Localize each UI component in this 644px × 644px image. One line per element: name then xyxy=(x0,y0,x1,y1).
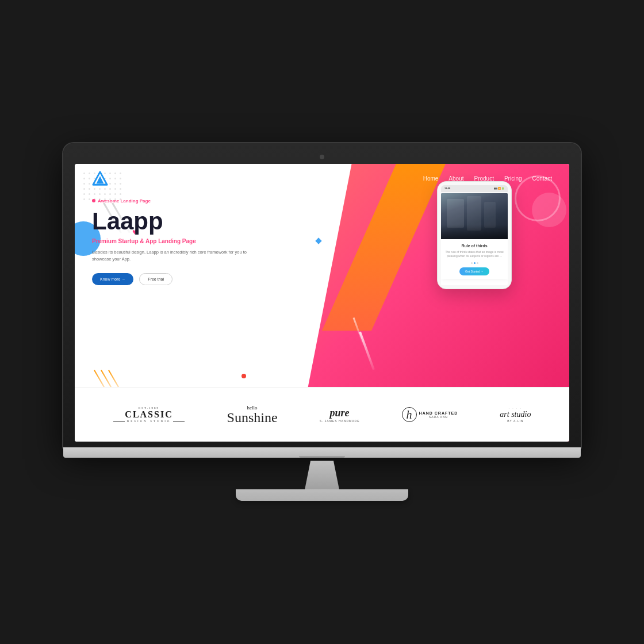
logo-sunshine: hello Sunshine xyxy=(227,405,278,424)
logo-pure-main: pure xyxy=(330,407,350,419)
phone-outer: 13:08 ▮▮▮ 📶 🔋 xyxy=(437,181,512,289)
logo-sunshine-main: Sunshine xyxy=(227,411,278,424)
logo-handcrafted-sub: SARA ANN xyxy=(419,415,458,419)
badge-dot-icon xyxy=(92,199,95,202)
imac-base xyxy=(236,489,408,501)
imac-screen: ♥ Home xyxy=(75,164,569,442)
imac-chin xyxy=(63,447,581,458)
phone-mockup: 13:08 ▮▮▮ 📶 🔋 xyxy=(437,181,512,289)
logo-handcrafted-letter: h xyxy=(402,407,417,422)
hero-badge: Awesome Landing Page xyxy=(92,198,315,204)
nav-link-pricing[interactable]: Pricing xyxy=(504,175,522,182)
dot-3 xyxy=(477,262,478,264)
navbar: Home About Product Pricing Contact xyxy=(75,164,569,194)
free-trial-button[interactable]: Free trial xyxy=(139,273,172,285)
logo-pure: pure S. JAMES HANDMADE xyxy=(320,407,360,423)
dot xyxy=(83,198,85,200)
phone-card-text: The rule of thirds states that an image … xyxy=(444,250,504,259)
nav-link-home[interactable]: Home xyxy=(423,175,439,182)
dot-1 xyxy=(471,262,473,264)
hero-subtitle: Premium Startup & App Landing Page xyxy=(92,238,315,244)
camera-dot xyxy=(320,155,324,159)
logo-handcrafted-main: HAND CRAFTED xyxy=(419,411,458,415)
phone-card-title: Rule of thirds xyxy=(444,244,504,248)
hero-description: Besides its beautiful design, Laapp is a… xyxy=(92,249,253,263)
imac-outer: ♥ Home xyxy=(63,143,581,501)
phone-card: Rule of thirds The rule of thirds states… xyxy=(441,239,508,279)
logo-classic: EST.1989 CLASSIC DESIGN STUDIO xyxy=(113,407,185,423)
logo-artstudio-main: art studio xyxy=(500,410,531,419)
screen-content: ♥ Home xyxy=(75,164,569,442)
deco-diamond xyxy=(315,237,321,244)
nav-link-about[interactable]: About xyxy=(448,175,463,182)
screen-bezel: ♥ Home xyxy=(63,143,581,448)
deco-dot-red xyxy=(241,374,246,378)
logo-handcrafted: h HAND CRAFTED SARA ANN xyxy=(402,407,458,422)
nav-link-contact[interactable]: Contact xyxy=(532,175,552,182)
logo-classic-sub: DESIGN STUDIO xyxy=(113,420,185,423)
hero-text-section: Awesome Landing Page Laapp Premium Start… xyxy=(92,198,315,285)
hero-badge-text: Awesome Landing Page xyxy=(98,198,151,204)
nav-links: Home About Product Pricing Contact xyxy=(423,175,552,182)
nav-logo[interactable] xyxy=(92,171,108,187)
know-more-button[interactable]: Know more → xyxy=(92,273,133,285)
phone-card-pagination xyxy=(444,262,504,264)
hero-buttons: Know more → Free trial xyxy=(92,273,315,285)
logo-artstudio-sub: BY A.LIN xyxy=(507,419,523,423)
phone-image xyxy=(441,193,508,239)
dot-2-active xyxy=(474,262,476,264)
imac-neck xyxy=(293,461,351,489)
logo-pure-sub: S. JAMES HANDMADE xyxy=(320,419,360,423)
logo-classic-main: CLASSIC xyxy=(125,409,172,420)
logos-bar: EST.1989 CLASSIC DESIGN STUDIO hello Sun… xyxy=(75,387,569,442)
logo-artstudio: · · · · art studio BY A.LIN xyxy=(500,407,531,423)
hero-title: Laapp xyxy=(92,208,315,235)
nav-link-product[interactable]: Product xyxy=(474,175,493,182)
dot xyxy=(89,198,90,200)
phone-screen: Rule of thirds The rule of thirds states… xyxy=(441,193,508,285)
imac-mockup: ♥ Home xyxy=(63,143,581,501)
deco-circle-fill xyxy=(532,193,566,227)
phone-get-started-button[interactable]: Get Started → xyxy=(459,267,489,275)
